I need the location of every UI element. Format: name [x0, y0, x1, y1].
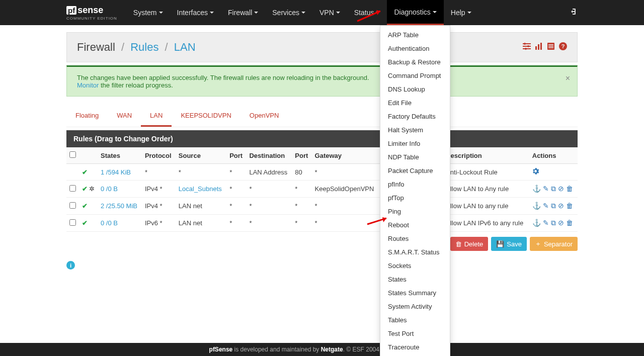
nav-item-help[interactable]: Help: [444, 0, 478, 25]
tab-lan[interactable]: LAN: [141, 106, 172, 127]
dropdown-item-s-m-a-r-t-status[interactable]: S.M.A.R.T. Status: [380, 245, 450, 259]
states-link[interactable]: 2 /25.50 MiB: [101, 202, 137, 210]
anchor-icon[interactable]: ⚓: [532, 219, 541, 227]
breadcrumb-leaf[interactable]: LAN: [174, 41, 196, 53]
table-row[interactable]: ✔2 /25.50 MiBIPv4 *LAN net****noneAllow …: [66, 198, 578, 215]
dropdown-item-reboot[interactable]: Reboot: [380, 218, 450, 232]
help-icon[interactable]: ?: [559, 42, 567, 52]
breadcrumb: Firewall / Rules / LAN ?: [66, 32, 578, 62]
check-icon: ✔: [82, 219, 88, 227]
check-icon: ✔: [82, 202, 88, 210]
dropdown-item-system-activity[interactable]: System Activity: [380, 300, 450, 313]
svg-text:?: ?: [561, 43, 565, 49]
col-port: Port: [292, 147, 311, 164]
svg-rect-1: [523, 46, 531, 47]
select-all-checkbox[interactable]: [69, 151, 76, 158]
brand[interactable]: pfsense COMMUNITY EDITION: [66, 5, 117, 21]
disable-icon[interactable]: ⊘: [558, 185, 564, 193]
anchor-icon[interactable]: ⚓: [532, 202, 541, 210]
logout-icon[interactable]: [570, 8, 578, 18]
separator-button[interactable]: ＋Separator: [530, 237, 578, 251]
dropdown-item-sockets[interactable]: Sockets: [380, 259, 450, 273]
save-button[interactable]: 💾Save: [491, 237, 527, 251]
anchor-icon[interactable]: ⚓: [532, 185, 541, 193]
tab-keepsolidvpn[interactable]: KEEPSOLIDVPN: [172, 106, 240, 127]
dropdown-item-ping[interactable]: Ping: [380, 205, 450, 218]
col-description: Description: [443, 147, 529, 164]
dropdown-item-packet-capture[interactable]: Packet Capture: [380, 164, 450, 177]
table-row[interactable]: ✔1 /594 KiB***LAN Address80**Anti-Lockou…: [66, 164, 578, 181]
states-link[interactable]: 0 /0 B: [101, 185, 118, 193]
source-link[interactable]: Local_Subnets: [179, 185, 222, 193]
table-row[interactable]: ✔0 /0 BIPv6 *LAN net****noneAllow LAN IP…: [66, 215, 578, 232]
nav-item-system[interactable]: System: [126, 0, 170, 25]
check-icon: ✔: [82, 168, 88, 176]
delete-button[interactable]: 🗑Delete: [450, 237, 489, 251]
save-icon: 💾: [496, 240, 504, 248]
dropdown-item-limiter-info[interactable]: Limiter Info: [380, 137, 450, 150]
dropdown-item-arp-table[interactable]: ARP Table: [380, 28, 450, 42]
logo-sense: sense: [77, 5, 103, 16]
copy-icon[interactable]: ⧉: [551, 202, 556, 210]
copy-icon[interactable]: ⧉: [551, 219, 556, 227]
dropdown-item-tables[interactable]: Tables: [380, 313, 450, 327]
states-link[interactable]: 1 /594 KiB: [101, 168, 131, 176]
nav-item-interfaces[interactable]: Interfaces: [170, 0, 221, 25]
dropdown-item-routes[interactable]: Routes: [380, 232, 450, 245]
edit-icon[interactable]: ✎: [543, 219, 549, 227]
caret-down-icon: [254, 12, 258, 14]
alert-monitor-link[interactable]: Monitor: [77, 81, 99, 89]
caret-down-icon: [336, 12, 340, 14]
row-checkbox[interactable]: [69, 202, 76, 209]
dropdown-item-ndp-table[interactable]: NDP Table: [380, 150, 450, 164]
dropdown-item-backup-restore[interactable]: Backup & Restore: [380, 55, 450, 69]
tab-openvpn[interactable]: OpenVPN: [240, 106, 288, 127]
brand-subtitle: COMMUNITY EDITION: [66, 16, 117, 21]
tab-floating[interactable]: Floating: [66, 106, 108, 127]
dropdown-item-states[interactable]: States: [380, 273, 450, 286]
dropdown-item-authentication[interactable]: Authentication: [380, 42, 450, 55]
states-link[interactable]: 0 /0 B: [101, 219, 118, 227]
svg-rect-6: [535, 46, 537, 50]
dropdown-item-halt-system[interactable]: Halt System: [380, 123, 450, 137]
alert-text-1: The changes have been applied successful…: [77, 74, 369, 81]
delete-icon[interactable]: 🗑: [566, 219, 573, 227]
caret-down-icon: [376, 12, 380, 14]
dropdown-item-edit-file[interactable]: Edit File: [380, 96, 450, 110]
dropdown-item-dns-lookup[interactable]: DNS Lookup: [380, 82, 450, 96]
nav-item-services[interactable]: Services: [265, 0, 312, 25]
tab-wan[interactable]: WAN: [108, 106, 141, 127]
info-icon[interactable]: i: [66, 261, 578, 272]
dropdown-item-command-prompt[interactable]: Command Prompt: [380, 69, 450, 82]
log-icon[interactable]: [547, 42, 555, 52]
dropdown-item-pfinfo[interactable]: pfInfo: [380, 177, 450, 191]
row-actions: ⚓✎⧉⊘🗑: [532, 202, 575, 210]
dropdown-item-traceroute[interactable]: Traceroute: [380, 340, 450, 354]
gear-icon[interactable]: [532, 168, 539, 176]
caret-down-icon: [210, 12, 214, 14]
alert-close-icon[interactable]: ×: [566, 74, 570, 83]
row-checkbox[interactable]: [69, 185, 76, 192]
nav-item-status[interactable]: Status: [347, 0, 387, 25]
row-checkbox[interactable]: [69, 219, 76, 226]
disable-icon[interactable]: ⊘: [558, 219, 564, 227]
delete-icon[interactable]: 🗑: [566, 185, 573, 193]
edit-icon[interactable]: ✎: [543, 185, 549, 193]
dropdown-item-test-port[interactable]: Test Port: [380, 327, 450, 340]
delete-icon[interactable]: 🗑: [566, 202, 573, 210]
nav-item-diagnostics[interactable]: Diagnostics: [387, 0, 443, 25]
page-icons: ?: [523, 42, 567, 52]
breadcrumb-mid[interactable]: Rules: [130, 41, 158, 53]
edit-icon[interactable]: ✎: [543, 202, 549, 210]
disable-icon[interactable]: ⊘: [558, 202, 564, 210]
dropdown-item-states-summary[interactable]: States Summary: [380, 286, 450, 300]
chart-icon[interactable]: [535, 42, 543, 52]
navbar: pfsense COMMUNITY EDITION System Interfa…: [0, 0, 644, 25]
copy-icon[interactable]: ⧉: [551, 185, 556, 193]
nav-item-firewall[interactable]: Firewall: [221, 0, 265, 25]
dropdown-item-factory-defaults[interactable]: Factory Defaults: [380, 110, 450, 123]
settings-icon[interactable]: [523, 42, 531, 52]
nav-item-vpn[interactable]: VPN: [312, 0, 347, 25]
table-row[interactable]: ✔✲0 /0 BIPv4 *Local_Subnets***KeepSolidO…: [66, 181, 578, 198]
dropdown-item-pftop[interactable]: pfTop: [380, 191, 450, 205]
